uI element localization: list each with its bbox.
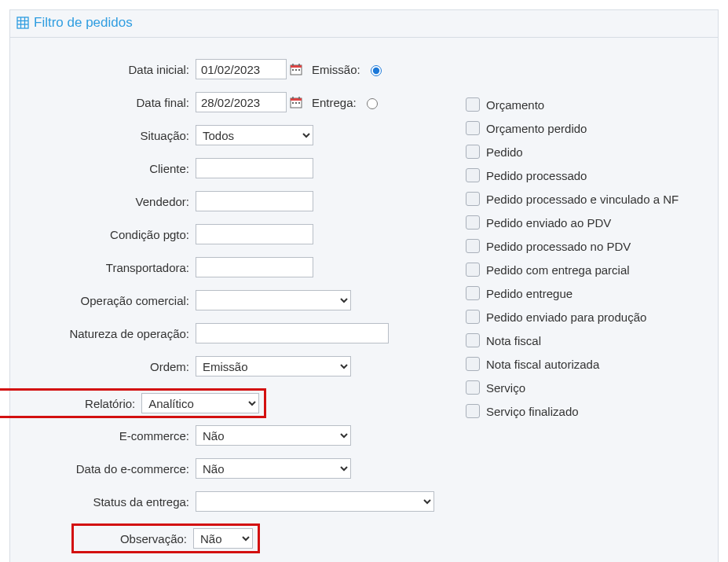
svg-rect-6: [291, 65, 302, 68]
situacao-label: Situação:: [26, 129, 196, 142]
svg-rect-9: [292, 69, 294, 71]
right-column: Orçamento Orçamento perdido Pedido Pedid…: [466, 58, 702, 560]
checkbox-pedido-enviado-pdv[interactable]: [466, 215, 480, 230]
entrega-label: Entrega:: [312, 96, 357, 109]
ecommerce-label: E-commerce:: [26, 429, 196, 443]
operacao-comercial-label: Operação comercial:: [26, 294, 196, 307]
svg-rect-10: [295, 69, 297, 71]
transportadora-input[interactable]: [196, 257, 313, 277]
transportadora-label: Transportadora:: [26, 261, 196, 274]
checkbox-label: Pedido enviado para produção: [486, 310, 646, 324]
checkbox-pedido-entregue[interactable]: [466, 286, 480, 300]
panel-body: Data inicial: Emissão:: [10, 38, 718, 562]
checkbox-servico-finalizado[interactable]: [466, 404, 480, 418]
status-entrega-select[interactable]: [196, 491, 434, 512]
checkbox-label: Pedido com entrega parcial: [486, 263, 630, 277]
panel-header: Filtro de pedidos: [10, 10, 718, 38]
checkbox-nf-autorizada[interactable]: [466, 357, 480, 371]
calendar-icon[interactable]: [290, 96, 302, 108]
data-final-input[interactable]: [196, 92, 287, 112]
checkbox-label: Pedido enviado ao PDV: [486, 216, 611, 230]
natureza-operacao-label: Natureza de operação:: [26, 327, 196, 340]
checkbox-label: Pedido processado no PDV: [486, 240, 631, 253]
condicao-pgto-label: Condição pgto:: [26, 228, 196, 241]
left-column: Data inicial: Emissão:: [26, 58, 434, 560]
situacao-select[interactable]: Todos: [196, 125, 313, 145]
vendedor-input[interactable]: [196, 191, 313, 211]
svg-rect-18: [298, 102, 300, 104]
svg-rect-0: [17, 17, 28, 28]
checkbox-orcamento-perdido[interactable]: [466, 121, 480, 135]
relatorio-highlight: Relatório: Analítico: [0, 388, 266, 418]
checkbox-label: Pedido processado e vinculado a NF: [486, 193, 679, 206]
checkbox-label: Serviço finalizado: [486, 405, 579, 418]
data-inicial-input[interactable]: [196, 59, 287, 79]
data-ecommerce-select[interactable]: Não: [196, 458, 351, 479]
filter-panel: Filtro de pedidos Data inicial: Emiss: [9, 9, 719, 562]
ordem-select[interactable]: Emissão: [196, 356, 351, 377]
checkbox-label: Pedido entregue: [486, 287, 573, 300]
observacao-highlight: Observação: Não: [71, 523, 260, 553]
data-ecommerce-label: Data do e-commerce:: [26, 462, 196, 476]
ecommerce-select[interactable]: Não: [196, 425, 351, 446]
checkbox-label: Nota fiscal autorizada: [486, 358, 599, 371]
data-inicial-label: Data inicial:: [26, 63, 196, 76]
observacao-select[interactable]: Não: [193, 528, 253, 549]
svg-rect-17: [295, 102, 297, 104]
observacao-label: Observação:: [74, 532, 193, 545]
grid-icon: [16, 17, 29, 29]
status-entrega-label: Status da entrega:: [26, 495, 196, 509]
svg-rect-13: [291, 98, 302, 101]
checkbox-label: Orçamento perdido: [486, 122, 587, 135]
relatorio-select[interactable]: Analítico: [141, 393, 259, 413]
checkbox-entrega-parcial[interactable]: [466, 263, 480, 277]
checkbox-orcamento[interactable]: [466, 97, 480, 112]
checkbox-label: Pedido processado: [486, 169, 587, 182]
checkbox-label: Nota fiscal: [486, 334, 541, 347]
operacao-comercial-select[interactable]: [196, 290, 351, 310]
checkbox-label: Orçamento: [486, 98, 544, 112]
vendedor-label: Vendedor:: [26, 195, 196, 208]
svg-rect-11: [298, 69, 300, 71]
checkbox-pedido-processado-nf[interactable]: [466, 192, 480, 206]
entrega-radio[interactable]: [367, 98, 378, 109]
checkbox-label: Serviço: [486, 381, 525, 395]
checkbox-pedido-producao[interactable]: [466, 310, 480, 324]
ordem-label: Ordem:: [26, 360, 196, 373]
condicao-pgto-input[interactable]: [196, 224, 313, 244]
checkbox-servico[interactable]: [466, 380, 480, 395]
cliente-input[interactable]: [196, 158, 313, 178]
status-checklist: Orçamento Orçamento perdido Pedido Pedid…: [466, 97, 702, 418]
panel-title: Filtro de pedidos: [34, 15, 133, 31]
emissao-label: Emissão:: [312, 63, 360, 76]
checkbox-label: Pedido: [486, 145, 523, 159]
relatorio-label: Relatório:: [0, 397, 141, 410]
svg-rect-16: [292, 102, 294, 104]
data-final-label: Data final:: [26, 96, 196, 109]
checkbox-nota-fiscal[interactable]: [466, 333, 480, 347]
checkbox-pedido-processado-pdv[interactable]: [466, 239, 480, 253]
calendar-icon[interactable]: [290, 63, 302, 75]
checkbox-pedido-processado[interactable]: [466, 168, 480, 182]
cliente-label: Cliente:: [26, 162, 196, 175]
emissao-radio[interactable]: [371, 65, 382, 76]
checkbox-pedido[interactable]: [466, 145, 480, 159]
natureza-operacao-input[interactable]: [196, 323, 389, 343]
